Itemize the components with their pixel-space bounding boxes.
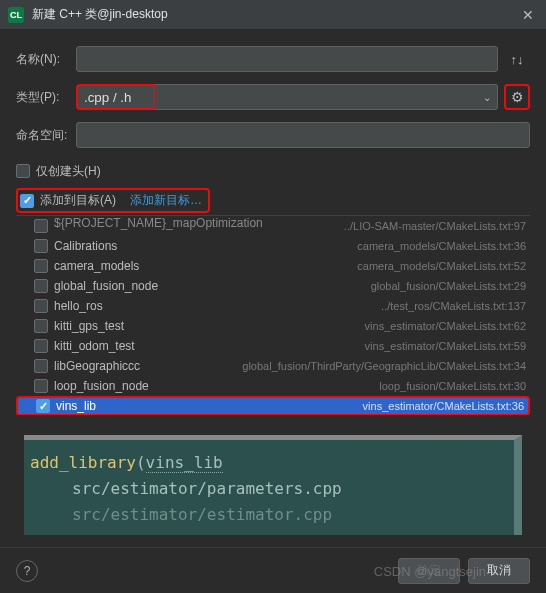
add-to-target-checkbox[interactable]: ✓ [20,194,34,208]
target-path: vins_estimator/CMakeLists.txt:36 [363,400,524,412]
target-path: ../test_ros/CMakeLists.txt:137 [381,300,526,312]
target-checkbox[interactable] [34,259,48,273]
target-path: global_fusion/ThirdParty/GeographicLib/C… [242,360,526,372]
target-checkbox[interactable] [34,339,48,353]
target-path: vins_estimator/CMakeLists.txt:59 [365,340,526,352]
gear-icon[interactable]: ⚙ [504,84,530,110]
cancel-button[interactable]: 取消 [468,558,530,584]
titlebar: CL 新建 C++ 类@jin-desktop ✕ [0,0,546,30]
target-path: ../LIO-SAM-master/CMakeLists.txt:97 [344,220,526,232]
target-item[interactable]: hello_ros../test_ros/CMakeLists.txt:137 [16,296,530,316]
target-checkbox[interactable] [34,299,48,313]
target-item[interactable]: camera_modelscamera_models/CMakeLists.tx… [16,256,530,276]
namespace-input[interactable] [76,122,530,148]
target-name: kitti_odom_test [54,339,365,353]
target-checkbox[interactable] [34,239,48,253]
add-new-target-link[interactable]: 添加新目标… [130,192,202,209]
add-to-target-label: 添加到目标(A) [40,192,116,209]
type-dropdown[interactable]: ⌄ [155,84,498,110]
target-checkbox[interactable] [34,359,48,373]
target-name: hello_ros [54,299,381,313]
target-name: loop_fusion_node [54,379,379,393]
close-icon[interactable]: ✕ [518,7,538,23]
header-only-label: 仅创建头(H) [36,163,101,180]
target-item[interactable]: ✓vins_libvins_estimator/CMakeLists.txt:3… [16,396,530,415]
target-name: kitti_gps_test [54,319,365,333]
target-name: Calibrations [54,239,357,253]
help-icon[interactable]: ? [16,560,38,582]
target-path: camera_models/CMakeLists.txt:52 [357,260,526,272]
target-path: vins_estimator/CMakeLists.txt:62 [365,320,526,332]
code-preview: add_library(vins_lib src/estimator/param… [24,435,522,535]
target-checkbox[interactable] [34,279,48,293]
target-checkbox[interactable] [34,219,48,233]
target-item[interactable]: kitti_odom_testvins_estimator/CMakeLists… [16,336,530,356]
target-list[interactable]: ${PROJECT_NAME}_mapOptimization../LIO-SA… [16,215,530,415]
header-only-checkbox[interactable] [16,164,30,178]
target-name: vins_lib [56,399,363,413]
target-name: global_fusion_node [54,279,371,293]
ok-button[interactable]: 确定 [398,558,460,584]
name-input[interactable] [76,46,498,72]
target-item[interactable]: ${PROJECT_NAME}_mapOptimization../LIO-SA… [16,216,530,236]
target-path: loop_fusion/CMakeLists.txt:30 [379,380,526,392]
target-checkbox[interactable] [34,319,48,333]
window-title: 新建 C++ 类@jin-desktop [32,6,518,23]
target-path: global_fusion/CMakeLists.txt:29 [371,280,526,292]
target-item[interactable]: Calibrationscamera_models/CMakeLists.txt… [16,236,530,256]
add-to-target-row: ✓ 添加到目标(A) 添加新目标… [16,188,210,213]
target-name: libGeographiccc [54,359,242,373]
target-item[interactable]: libGeographicccglobal_fusion/ThirdParty/… [16,356,530,376]
target-name: ${PROJECT_NAME}_mapOptimization [54,216,344,230]
dialog-footer: ? 确定 取消 [0,547,546,593]
sort-button[interactable]: ↑↓ [504,46,530,72]
target-checkbox[interactable]: ✓ [36,399,50,413]
type-input[interactable] [76,84,156,110]
chevron-down-icon: ⌄ [483,92,491,103]
name-label: 名称(N): [16,51,76,68]
namespace-label: 命名空间: [16,127,76,144]
target-path: camera_models/CMakeLists.txt:36 [357,240,526,252]
type-label: 类型(P): [16,89,76,106]
target-checkbox[interactable] [34,379,48,393]
app-icon: CL [8,7,24,23]
target-item[interactable]: loop_fusion_nodeloop_fusion/CMakeLists.t… [16,376,530,396]
target-item[interactable]: global_fusion_nodeglobal_fusion/CMakeLis… [16,276,530,296]
target-item[interactable]: kitti_gps_testvins_estimator/CMakeLists.… [16,316,530,336]
target-name: camera_models [54,259,357,273]
